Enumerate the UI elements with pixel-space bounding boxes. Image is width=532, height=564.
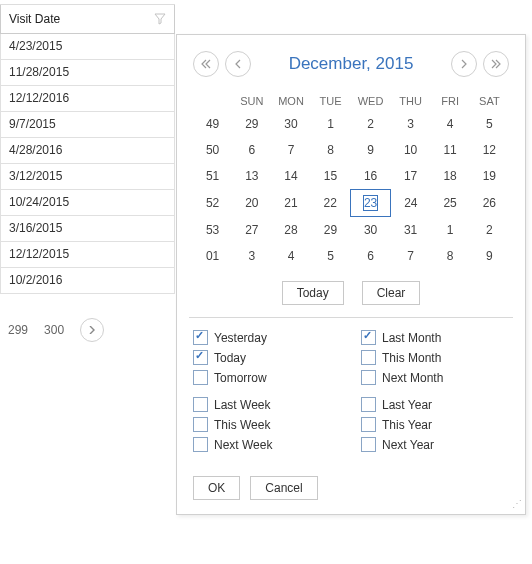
calendar-day[interactable]: 26 [470,190,509,217]
filter-label: This Year [382,418,432,432]
page-number[interactable]: 300 [44,323,64,337]
checkbox-icon[interactable] [361,350,376,365]
calendar-day[interactable]: 9 [470,243,509,269]
calendar-day[interactable]: 4 [271,243,310,269]
calendar-day[interactable]: 2 [470,217,509,244]
calendar-day[interactable]: 10 [391,137,431,163]
calendar-day[interactable]: 31 [391,217,431,244]
calendar-day[interactable]: 23 [350,190,390,217]
checkbox-icon[interactable] [193,437,208,452]
filter-option[interactable]: Next Month [361,370,509,385]
filter-option[interactable]: This Week [193,417,341,432]
checkbox-icon[interactable] [193,350,208,365]
filter-option[interactable]: Last Month [361,330,509,345]
calendar-day[interactable]: 19 [470,163,509,190]
next-year-icon[interactable] [483,51,509,77]
calendar-day[interactable]: 8 [431,243,470,269]
filter-option[interactable]: Today [193,350,341,365]
calendar-day[interactable]: 3 [232,243,271,269]
table-row[interactable]: 12/12/2015 [0,242,175,268]
cancel-button[interactable]: Cancel [250,476,317,500]
calendar-day[interactable]: 14 [271,163,310,190]
calendar-day[interactable]: 5 [470,111,509,137]
page-number[interactable]: 299 [8,323,28,337]
filter-option[interactable]: This Month [361,350,509,365]
calendar-day[interactable]: 28 [271,217,310,244]
table-row[interactable]: 12/12/2016 [0,86,175,112]
checkbox-icon[interactable] [361,417,376,432]
checkbox-icon[interactable] [361,370,376,385]
today-button[interactable]: Today [282,281,344,305]
table-row[interactable]: 10/24/2015 [0,190,175,216]
week-number: 01 [193,243,232,269]
calendar-day[interactable]: 8 [311,137,351,163]
checkbox-icon[interactable] [361,397,376,412]
filter-label: Yesterday [214,331,267,345]
filter-label: Last Week [214,398,270,412]
calendar-day[interactable]: 18 [431,163,470,190]
calendar-day[interactable]: 17 [391,163,431,190]
checkbox-icon[interactable] [193,330,208,345]
ok-button[interactable]: OK [193,476,240,500]
calendar-day[interactable]: 7 [391,243,431,269]
calendar-day[interactable]: 16 [350,163,390,190]
calendar-day[interactable]: 5 [311,243,351,269]
calendar-day[interactable]: 15 [311,163,351,190]
calendar-day[interactable]: 21 [271,190,310,217]
calendar-day[interactable]: 29 [232,111,271,137]
calendar-day[interactable]: 6 [232,137,271,163]
calendar-day[interactable]: 11 [431,137,470,163]
calendar-day[interactable]: 1 [311,111,351,137]
filter-option[interactable]: Tomorrow [193,370,341,385]
column-header[interactable]: Visit Date [0,5,175,34]
filter-label: Tomorrow [214,371,267,385]
filter-option[interactable]: Next Week [193,437,341,452]
next-month-icon[interactable] [451,51,477,77]
filter-option[interactable]: This Year [361,417,509,432]
funnel-icon[interactable] [154,13,166,25]
clear-button[interactable]: Clear [362,281,421,305]
calendar-day[interactable]: 24 [391,190,431,217]
calendar-day[interactable]: 1 [431,217,470,244]
calendar-day[interactable]: 7 [271,137,310,163]
week-number: 49 [193,111,232,137]
calendar-day[interactable]: 4 [431,111,470,137]
calendar-day[interactable]: 9 [350,137,390,163]
filter-option[interactable]: Last Week [193,397,341,412]
table-row[interactable]: 9/7/2015 [0,112,175,138]
table-row[interactable]: 10/2/2016 [0,268,175,294]
filter-option[interactable]: Last Year [361,397,509,412]
table-row[interactable]: 4/28/2016 [0,138,175,164]
calendar-day[interactable]: 30 [350,217,390,244]
prev-year-icon[interactable] [193,51,219,77]
filter-option[interactable]: Next Year [361,437,509,452]
calendar-day[interactable]: 3 [391,111,431,137]
quick-filters: YesterdayTodayTomorrowLast WeekThis Week… [177,318,525,476]
calendar-day[interactable]: 20 [232,190,271,217]
filter-label: Today [214,351,246,365]
table-row[interactable]: 3/16/2015 [0,216,175,242]
calendar-day[interactable]: 22 [311,190,351,217]
checkbox-icon[interactable] [361,437,376,452]
month-title[interactable]: December, 2015 [289,54,414,74]
calendar-day[interactable]: 12 [470,137,509,163]
resize-grip-icon[interactable]: ⋰ [512,501,522,511]
calendar-day[interactable]: 30 [271,111,310,137]
filter-label: Last Month [382,331,441,345]
calendar-day[interactable]: 27 [232,217,271,244]
table-row[interactable]: 11/28/2015 [0,60,175,86]
calendar-day[interactable]: 6 [350,243,390,269]
calendar-day[interactable]: 29 [311,217,351,244]
filter-option[interactable]: Yesterday [193,330,341,345]
checkbox-icon[interactable] [193,397,208,412]
checkbox-icon[interactable] [193,417,208,432]
calendar-day[interactable]: 2 [350,111,390,137]
calendar-day[interactable]: 25 [431,190,470,217]
checkbox-icon[interactable] [361,330,376,345]
next-page-icon[interactable] [80,318,104,342]
checkbox-icon[interactable] [193,370,208,385]
table-row[interactable]: 3/12/2015 [0,164,175,190]
prev-month-icon[interactable] [225,51,251,77]
table-row[interactable]: 4/23/2015 [0,34,175,60]
calendar-day[interactable]: 13 [232,163,271,190]
